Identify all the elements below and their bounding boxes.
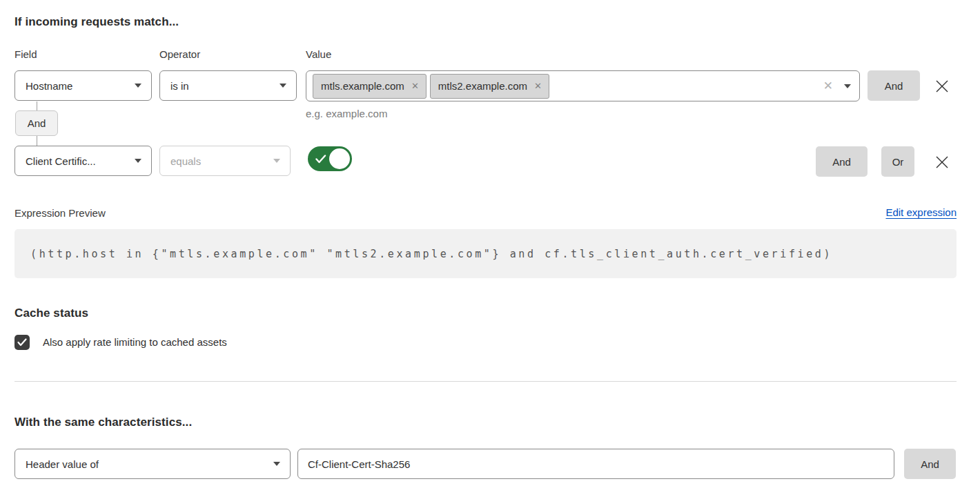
- add-characteristic-button[interactable]: And: [904, 449, 956, 479]
- cached-assets-checkbox-label: Also apply rate limiting to cached asset…: [43, 336, 227, 348]
- field-select-row1-value: Hostname: [26, 80, 72, 92]
- check-icon: [17, 338, 27, 347]
- value-helper-text: e.g. example.com: [306, 108, 387, 119]
- add-and-condition-button-row1[interactable]: And: [868, 70, 920, 101]
- close-icon: [934, 79, 950, 94]
- remove-tag-icon[interactable]: ✕: [534, 81, 542, 90]
- header-name-input[interactable]: [297, 449, 894, 479]
- value-multiselect-row1[interactable]: mtls.example.com ✕ mtls2.example.com ✕ ✕: [306, 70, 860, 101]
- add-and-condition-button-row2[interactable]: And: [816, 146, 868, 177]
- connector-and-badge[interactable]: And: [15, 110, 58, 136]
- operator-column-label: Operator: [159, 48, 200, 60]
- operator-select-row1[interactable]: is in: [159, 70, 297, 101]
- check-icon: [315, 155, 326, 164]
- operator-select-row2: equals: [159, 146, 291, 176]
- field-select-row1[interactable]: Hostname: [14, 70, 152, 101]
- expression-preview-code-block: (http.host in {"mtls.example.com" "mtls2…: [14, 229, 957, 278]
- chevron-down-icon: [273, 462, 280, 466]
- operator-select-row2-value: equals: [170, 155, 201, 167]
- delete-row1-icon[interactable]: [932, 76, 952, 97]
- chevron-down-icon: [135, 84, 141, 88]
- toggle-knob: [329, 148, 350, 169]
- add-or-condition-button-row2[interactable]: Or: [881, 146, 914, 177]
- value-tag-text: mtls2.example.com: [438, 80, 527, 92]
- rule-builder-panel: If incoming requests match... Field Oper…: [0, 0, 980, 497]
- cache-status-title: Cache status: [14, 306, 88, 320]
- value-tag[interactable]: mtls.example.com ✕: [313, 74, 427, 99]
- clear-all-icon[interactable]: ✕: [823, 80, 833, 92]
- connector-line: [37, 101, 37, 110]
- expression-preview-label: Expression Preview: [14, 207, 106, 219]
- match-section-title: If incoming requests match...: [14, 15, 179, 29]
- section-divider: [14, 381, 957, 382]
- edit-expression-link[interactable]: Edit expression: [885, 206, 957, 218]
- characteristics-title: With the same characteristics...: [14, 416, 192, 429]
- expression-code: (http.host in {"mtls.example.com" "mtls2…: [30, 248, 832, 260]
- cert-verified-toggle[interactable]: [308, 146, 352, 171]
- delete-row2-icon[interactable]: [932, 152, 952, 173]
- operator-select-row1-value: is in: [170, 80, 189, 92]
- field-select-row2-value: Client Certific...: [26, 155, 96, 167]
- value-column-label: Value: [306, 48, 331, 60]
- chevron-down-icon: [135, 159, 141, 163]
- characteristic-select-value: Header value of: [26, 458, 99, 470]
- characteristic-select[interactable]: Header value of: [14, 449, 291, 479]
- value-tag[interactable]: mtls2.example.com ✕: [430, 74, 549, 99]
- field-column-label: Field: [14, 48, 37, 60]
- chevron-down-icon: [280, 84, 286, 88]
- remove-tag-icon[interactable]: ✕: [411, 81, 419, 90]
- cached-assets-checkbox[interactable]: [14, 335, 30, 350]
- chevron-down-icon: [844, 84, 851, 88]
- close-icon: [934, 155, 950, 170]
- value-tag-text: mtls.example.com: [321, 80, 404, 92]
- field-select-row2[interactable]: Client Certific...: [14, 146, 152, 176]
- connector-line: [37, 136, 37, 146]
- chevron-down-icon: [273, 159, 280, 163]
